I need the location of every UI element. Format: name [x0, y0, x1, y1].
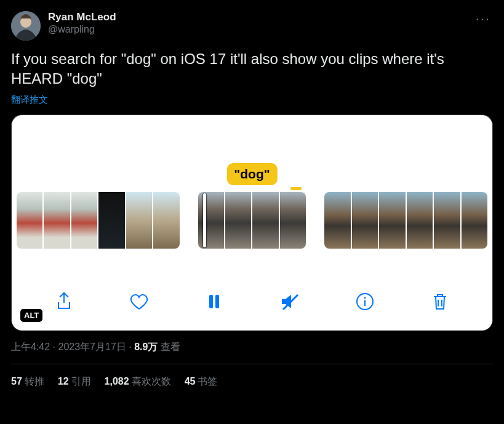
- clip-frame: [198, 192, 224, 249]
- clip-frame: [434, 192, 460, 249]
- bookmarks-stat[interactable]: 45书签: [185, 375, 218, 388]
- svg-rect-2: [209, 295, 213, 308]
- caption-marker: [290, 187, 302, 190]
- share-icon[interactable]: [51, 289, 77, 314]
- author-block[interactable]: Ryan McLeod @warpling: [48, 11, 473, 36]
- views-label: 查看: [158, 342, 180, 352]
- tweet-header: Ryan McLeod @warpling ···: [11, 11, 493, 41]
- pause-icon[interactable]: [201, 289, 227, 314]
- tweet-date: 2023年7月17日: [58, 342, 126, 352]
- views-count: 8.9万: [134, 342, 158, 352]
- clip-frame: [71, 192, 97, 249]
- clip-frame: [462, 192, 487, 249]
- clip-group[interactable]: [198, 192, 306, 249]
- clip-frame: [44, 192, 70, 249]
- media-card: "dog": [11, 114, 493, 331]
- alt-badge[interactable]: ALT: [20, 309, 42, 322]
- clip-frame: [153, 192, 179, 249]
- tweet-meta[interactable]: 上午4:42 · 2023年7月17日 · 8.9万 查看: [11, 341, 493, 354]
- playhead[interactable]: [203, 193, 206, 247]
- clip-frame: [280, 192, 306, 249]
- video-scrubber[interactable]: [12, 192, 492, 249]
- clip-frame: [324, 192, 350, 249]
- clip-group[interactable]: [17, 192, 180, 249]
- clip-frame: [17, 192, 42, 249]
- tweet-text: If you search for "dog" on iOS 17 it'll …: [11, 49, 493, 89]
- likes-stat[interactable]: 1,082喜欢次数: [105, 375, 171, 388]
- trash-icon[interactable]: [427, 289, 453, 314]
- svg-rect-3: [215, 295, 219, 308]
- mute-icon[interactable]: [277, 289, 303, 314]
- tweet-time: 上午4:42: [11, 342, 50, 352]
- quotes-stat[interactable]: 12引用: [58, 375, 91, 388]
- avatar[interactable]: [11, 11, 41, 41]
- handle: @warpling: [48, 23, 473, 36]
- display-name: Ryan McLeod: [48, 11, 473, 23]
- clip-frame: [352, 192, 378, 249]
- caption-bubble: "dog": [226, 163, 277, 185]
- svg-point-6: [364, 297, 366, 298]
- translate-link[interactable]: 翻译推文: [11, 94, 48, 106]
- clip-frame: [225, 192, 251, 249]
- more-icon[interactable]: ···: [473, 11, 493, 27]
- tweet-stats: 57转推 12引用 1,082喜欢次数 45书签: [11, 364, 493, 388]
- media-toolbar: [12, 289, 492, 314]
- clip-frame: [407, 192, 433, 249]
- tweet-container: Ryan McLeod @warpling ··· If you search …: [0, 0, 504, 388]
- clip-frame: [98, 192, 124, 249]
- clip-frame: [379, 192, 405, 249]
- clip-group[interactable]: [324, 192, 487, 249]
- clip-frame: [252, 192, 278, 249]
- retweets-stat[interactable]: 57转推: [11, 375, 44, 388]
- info-icon[interactable]: [352, 289, 378, 314]
- heart-icon[interactable]: [126, 289, 152, 314]
- clip-frame: [126, 192, 152, 249]
